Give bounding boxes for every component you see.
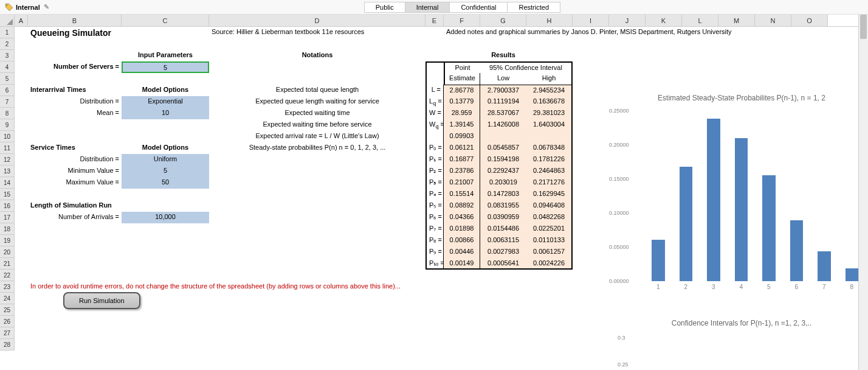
row-header-27[interactable]: 27 [0, 327, 15, 339]
col-header-J[interactable]: J [609, 15, 646, 26]
xlabel-2: 2 [672, 284, 700, 290]
row-header-16[interactable]: 16 [0, 200, 15, 212]
classification-label: Internal [16, 4, 40, 11]
row-header-17[interactable]: 17 [0, 212, 15, 223]
classification-tabs: Public Internal Confidential Restricted [364, 2, 560, 13]
row-header-21[interactable]: 21 [0, 258, 15, 270]
row-header-2[interactable]: 2 [0, 38, 15, 50]
row-headers[interactable]: 1234567891011121314151617181920212223242… [0, 27, 15, 351]
col-header-F[interactable]: F [444, 15, 480, 26]
row-header-7[interactable]: 7 [0, 96, 15, 108]
edit-classification-icon[interactable]: ✎ [44, 3, 49, 11]
col-header-A[interactable]: A [15, 15, 28, 26]
select-all-corner[interactable] [0, 15, 15, 27]
cell-G19: 0.0063115 [480, 235, 526, 246]
row-header-6[interactable]: 6 [0, 85, 15, 96]
cell-G7: 0.1119194 [480, 96, 526, 108]
col-header-O[interactable]: O [791, 15, 828, 26]
cell-G12: 0.1594198 [480, 154, 526, 166]
row-header-12[interactable]: 12 [0, 154, 15, 166]
col-header-D[interactable]: D [209, 15, 425, 26]
tab-confidential[interactable]: Confidential [450, 2, 508, 13]
ytick-1: 0.05000 [609, 244, 629, 250]
cell-D9: Expected waiting time before service [209, 119, 425, 131]
xlabel-5: 5 [755, 284, 783, 290]
cell-C4[interactable]: 5 [122, 61, 209, 73]
column-headers[interactable]: ABCDEFGHIJKLMNO [15, 15, 858, 27]
row-header-5[interactable]: 5 [0, 73, 15, 85]
row-header-28[interactable]: 28 [0, 339, 15, 351]
chart-title: Estimated Steady-State Probabilites P(n-… [614, 94, 858, 102]
cell-G5: Low [480, 73, 526, 85]
col-header-G[interactable]: G [480, 15, 526, 26]
row-header-4[interactable]: 4 [0, 61, 15, 73]
row-header-1[interactable]: 1 [0, 27, 15, 38]
col-header-I[interactable]: I [573, 15, 609, 26]
cell-C17[interactable]: 10,000 [122, 212, 209, 223]
row-header-3[interactable]: 3 [0, 50, 15, 61]
row-header-20[interactable]: 20 [0, 246, 15, 258]
cell-E6: L = [425, 85, 444, 96]
col-header-M[interactable]: M [718, 15, 755, 26]
col-header-N[interactable]: N [755, 15, 791, 26]
row-header-18[interactable]: 18 [0, 223, 15, 235]
cell-G3: Results [480, 50, 526, 61]
cell-G6: 2.7900337 [480, 85, 526, 96]
scrollbar-thumb[interactable] [860, 15, 867, 39]
tab-public[interactable]: Public [364, 2, 405, 13]
col-header-E[interactable]: E [425, 15, 444, 26]
col-header-K[interactable]: K [646, 15, 682, 26]
row-header-9[interactable]: 9 [0, 119, 15, 131]
bar-8 [846, 268, 859, 281]
classification-toolbar: Internal ✎ Public Internal Confidential … [0, 0, 868, 15]
row-header-15[interactable]: 15 [0, 189, 15, 200]
row-header-19[interactable]: 19 [0, 235, 15, 246]
cell-C12[interactable]: Uniform [122, 154, 209, 166]
row-header-8[interactable]: 8 [0, 108, 15, 119]
cell-F14: 0.21007 [444, 177, 480, 189]
cell-C7[interactable]: Exponential [122, 96, 209, 108]
run-simulation-button[interactable]: Run Simulation [63, 292, 140, 309]
vertical-scrollbar[interactable] [858, 15, 868, 370]
cell-H14: 0.2171276 [526, 177, 573, 189]
tab-internal[interactable]: Internal [405, 2, 450, 13]
cell-F9: 1.39145 [444, 119, 480, 131]
cell-F17: 0.04366 [444, 212, 480, 223]
row-header-25[interactable]: 25 [0, 304, 15, 316]
tab-restricted[interactable]: Restricted [508, 2, 560, 13]
ytick-5: 0.25000 [609, 108, 629, 114]
col-header-H[interactable]: H [526, 15, 573, 26]
row-header-13[interactable]: 13 [0, 166, 15, 177]
col-header-B[interactable]: B [28, 15, 122, 26]
cell-B16: Length of Simulation Run [28, 200, 180, 212]
row-header-14[interactable]: 14 [0, 177, 15, 189]
xlabel-6: 6 [783, 284, 811, 290]
row-header-24[interactable]: 24 [0, 293, 15, 304]
cell-C11: Model Options [122, 142, 209, 154]
cell-F8: 28.959 [444, 108, 480, 119]
chart-confidence: Confidence Intervals for P(n-1), n =1, 2… [614, 319, 858, 370]
col-header-L[interactable]: L [682, 15, 718, 26]
row-header-11[interactable]: 11 [0, 142, 15, 154]
row-header-22[interactable]: 22 [0, 270, 15, 281]
row-header-23[interactable]: 23 [0, 281, 15, 293]
cell-F5: Estimate [444, 73, 480, 85]
row-header-26[interactable]: 26 [0, 316, 15, 327]
cell-F4: Point [444, 61, 480, 73]
cell-B11: Service Times [28, 142, 122, 154]
cell-H9: 1.6403004 [526, 119, 573, 131]
cell-E16: P₅ = [425, 200, 444, 212]
cell-F11: 0.06121 [444, 142, 480, 154]
spreadsheet-grid[interactable]: Queueing SimulatorSource: Hillier & Lieb… [15, 27, 858, 370]
col-header-C[interactable]: C [122, 15, 209, 26]
row-header-10[interactable]: 10 [0, 131, 15, 142]
cell-C14[interactable]: 50 [122, 177, 209, 189]
cell-D1: Source: Hillier & Lieberman textbook 11e… [209, 27, 425, 38]
cell-F6: 2.86778 [444, 85, 480, 96]
cell-C13[interactable]: 5 [122, 166, 209, 177]
cell-H20: 0.0061257 [526, 246, 573, 258]
cell-G21: 0.0005641 [480, 258, 526, 270]
cell-F18: 0.01898 [444, 223, 480, 235]
cell-C8[interactable]: 10 [122, 108, 209, 119]
cell-H7: 0.1636678 [526, 96, 573, 108]
